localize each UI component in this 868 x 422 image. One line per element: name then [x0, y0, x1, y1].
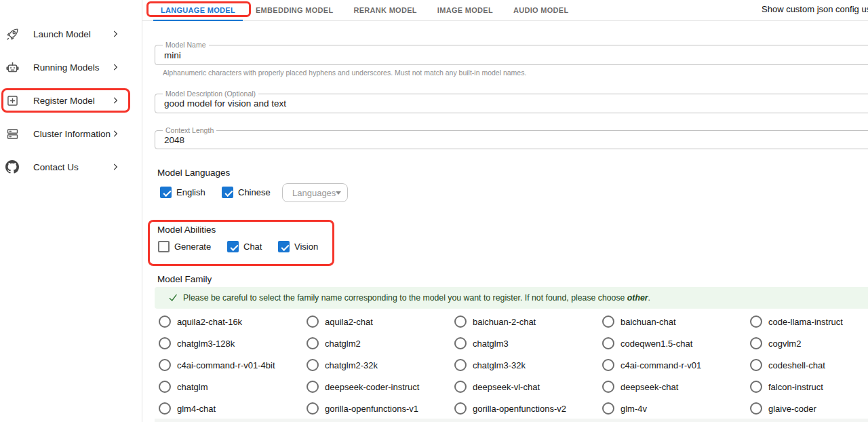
sidebar-item-cluster-information[interactable]: Cluster Information [0, 117, 131, 150]
model-description-input[interactable] [155, 94, 868, 113]
sidebar-item-launch-model[interactable]: Launch Model [0, 18, 131, 50]
language-english-checkbox-item[interactable]: English [160, 187, 205, 198]
model-family-option[interactable]: gorilla-openfunctions-v2 [450, 398, 598, 419]
model-family-option-label: glaive-coder [768, 404, 816, 414]
model-family-option[interactable]: aquila2-chat [302, 311, 450, 332]
radio-unchecked-icon[interactable] [159, 402, 171, 415]
model-description-label: Model Description (Optional) [163, 90, 258, 98]
radio-unchecked-icon[interactable] [159, 359, 171, 371]
sidebar-item-register-model[interactable]: Register Model [0, 84, 131, 117]
model-family-option[interactable]: aquila2-chat-16k [155, 311, 302, 332]
model-family-option[interactable]: glaive-coder [746, 398, 868, 419]
language-chinese-checkbox-item[interactable]: Chinese [222, 187, 271, 198]
radio-unchecked-icon[interactable] [750, 315, 762, 328]
main-content: LANGUAGE MODEL EMBEDDING MODEL RERANK MO… [142, 0, 868, 422]
checkbox-checked-icon[interactable] [227, 241, 239, 252]
checkbox-checked-icon[interactable] [160, 187, 172, 198]
model-name-input[interactable] [155, 45, 868, 64]
model-family-option[interactable]: glm4-chat [155, 398, 302, 419]
context-length-input[interactable] [155, 131, 868, 149]
github-icon [4, 159, 20, 175]
radio-unchecked-icon[interactable] [454, 381, 467, 393]
model-family-option[interactable]: codeshell-chat [746, 354, 868, 376]
model-family-option-label: baichuan-chat [620, 317, 676, 327]
ability-chat-checkbox-item[interactable]: Chat [227, 241, 262, 252]
radio-unchecked-icon[interactable] [159, 337, 171, 349]
tab-rerank-model[interactable]: RERANK MODEL [343, 0, 427, 20]
checkbox-unchecked-icon[interactable] [158, 241, 170, 252]
model-family-option[interactable]: baichuan-chat [598, 311, 746, 332]
model-family-option[interactable]: deepseek-coder-instruct [302, 376, 450, 398]
checkbox-checked-icon[interactable] [278, 241, 290, 252]
radio-unchecked-icon[interactable] [454, 337, 467, 349]
tab-image-model[interactable]: IMAGE MODEL [427, 0, 503, 20]
tab-label: EMBEDDING MODEL [256, 6, 334, 14]
model-family-option[interactable]: baichuan-2-chat [450, 311, 598, 332]
cluster-icon [4, 126, 20, 142]
model-family-option[interactable]: chatglm2-32k [302, 354, 450, 376]
radio-unchecked-icon[interactable] [307, 359, 319, 371]
radio-unchecked-icon[interactable] [454, 402, 467, 415]
model-family-option-label: chatglm3 [473, 339, 509, 349]
radio-unchecked-icon[interactable] [159, 381, 171, 393]
model-family-option[interactable]: chatglm [155, 376, 302, 398]
model-family-option-label: chatglm3-32k [473, 360, 526, 370]
ability-vision-checkbox-item[interactable]: Vision [278, 241, 318, 252]
bottom-divider-strip [155, 419, 868, 422]
radio-unchecked-icon[interactable] [602, 402, 614, 415]
radio-unchecked-icon[interactable] [602, 337, 614, 349]
radio-unchecked-icon[interactable] [307, 315, 319, 328]
model-family-option-label: deepseek-vl-chat [473, 382, 540, 392]
tab-label: LANGUAGE MODEL [161, 6, 235, 14]
show-custom-json-config-link[interactable]: Show custom json config used b [762, 4, 868, 14]
model-family-option[interactable]: chatglm3 [450, 332, 598, 354]
radio-unchecked-icon[interactable] [602, 315, 614, 328]
radio-unchecked-icon[interactable] [307, 381, 319, 393]
model-family-option[interactable]: code-llama-instruct [746, 311, 868, 332]
model-family-option[interactable]: chatglm3-32k [450, 354, 598, 376]
radio-unchecked-icon[interactable] [750, 402, 762, 415]
model-name-field [155, 45, 868, 65]
model-family-option[interactable]: c4ai-command-r-v01-4bit [155, 354, 302, 376]
model-family-option[interactable]: chatglm3-128k [155, 332, 302, 354]
radio-unchecked-icon[interactable] [307, 337, 319, 349]
ability-generate-checkbox-item[interactable]: Generate [158, 241, 211, 252]
model-family-option-label: chatglm3-128k [177, 339, 235, 349]
radio-unchecked-icon[interactable] [307, 402, 319, 415]
chevron-right-icon [111, 162, 120, 172]
radio-unchecked-icon[interactable] [602, 359, 614, 371]
checkbox-label: Vision [294, 242, 318, 252]
model-family-option[interactable]: deepseek-vl-chat [450, 376, 598, 398]
tab-embedding-model[interactable]: EMBEDDING MODEL [245, 0, 344, 20]
languages-select[interactable]: Languages [282, 183, 348, 202]
model-family-option[interactable]: c4ai-command-r-v01 [598, 354, 746, 376]
model-family-option-label: glm4-chat [177, 404, 216, 414]
model-family-option[interactable]: deepseek-chat [598, 376, 746, 398]
sidebar-item-label: Register Model [33, 96, 95, 106]
radio-unchecked-icon[interactable] [750, 381, 762, 393]
sidebar-item-contact-us[interactable]: Contact Us [0, 151, 131, 183]
model-family-option[interactable]: falcon-instruct [746, 376, 868, 398]
tab-audio-model[interactable]: AUDIO MODEL [503, 0, 579, 20]
tab-label: IMAGE MODEL [437, 6, 493, 14]
model-family-grid: aquila2-chat-16k aquila2-chat baichuan-2… [155, 311, 868, 419]
model-family-option[interactable]: glm-4v [598, 398, 746, 419]
checkbox-checked-icon[interactable] [222, 187, 233, 198]
radio-unchecked-icon[interactable] [602, 381, 614, 393]
tab-language-model[interactable]: LANGUAGE MODEL [151, 0, 245, 20]
model-description-field [155, 94, 868, 113]
model-family-option[interactable]: codeqwen1.5-chat [598, 332, 746, 354]
radio-unchecked-icon[interactable] [750, 337, 762, 349]
radio-unchecked-icon[interactable] [159, 315, 171, 328]
radio-unchecked-icon[interactable] [454, 359, 467, 371]
checkbox-label: Chinese [238, 187, 271, 197]
model-family-option-label: baichuan-2-chat [473, 317, 536, 327]
sidebar-item-running-models[interactable]: Running Models [0, 51, 131, 83]
model-family-option[interactable]: chatglm2 [302, 332, 450, 354]
radio-unchecked-icon[interactable] [454, 315, 467, 328]
model-family-option[interactable]: gorilla-openfunctions-v1 [302, 398, 450, 419]
checkbox-label: English [176, 187, 205, 197]
model-family-option[interactable]: cogvlm2 [746, 332, 868, 354]
radio-unchecked-icon[interactable] [750, 359, 762, 371]
model-family-option-label: c4ai-command-r-v01-4bit [177, 360, 275, 370]
